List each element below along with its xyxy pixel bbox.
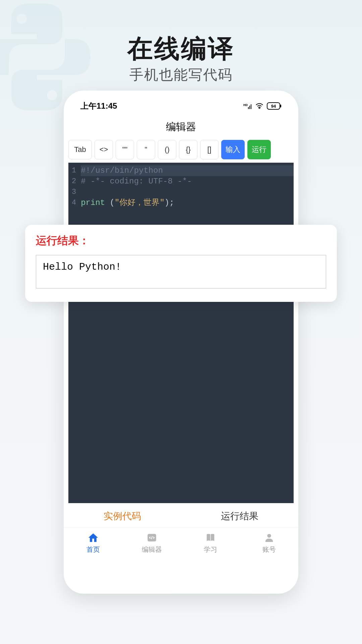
svg-text:94: 94 [271, 104, 276, 109]
bracket-button[interactable]: [] [200, 140, 219, 159]
result-card: 运行结果： Hello Python! [25, 225, 337, 302]
code-icon [146, 532, 158, 544]
nav-editor[interactable]: 编辑器 [122, 532, 181, 554]
battery-icon: 94 [267, 102, 282, 110]
code-content: #!/usr/bin/python # -*- coding: UTF-8 -*… [81, 163, 294, 503]
status-icons: HD 94 [243, 102, 282, 110]
signal-icon: HD [243, 103, 252, 109]
single-quote-button[interactable]: " [137, 140, 155, 159]
code-editor[interactable]: 1 2 3 4 #!/usr/bin/python # -*- coding: … [68, 163, 294, 503]
result-title: 运行结果： [36, 233, 326, 248]
wifi-icon [255, 103, 263, 109]
nav-home[interactable]: 首页 [64, 532, 122, 554]
tab-example-code[interactable]: 实例代码 [64, 510, 181, 523]
nav-learn[interactable]: 学习 [181, 532, 240, 554]
status-bar: 上午11:45 HD 94 [64, 91, 298, 117]
code-line-3 [81, 187, 294, 198]
svg-rect-5 [280, 105, 281, 107]
code-line-2: # -*- coding: UTF-8 -*- [81, 176, 294, 187]
bottom-nav: 首页 编辑器 学习 账号 [64, 527, 298, 557]
paren-button[interactable]: () [158, 140, 176, 159]
line-numbers: 1 2 3 4 [68, 163, 81, 503]
book-icon [204, 532, 217, 544]
svg-rect-2 [249, 106, 250, 109]
hero-subtitle: 手机也能写代码 [0, 65, 362, 84]
svg-rect-3 [251, 104, 251, 109]
result-output: Hello Python! [36, 255, 326, 288]
hero-title: 在线编译 [0, 32, 362, 66]
tab-button[interactable]: Tab [68, 140, 92, 159]
code-line-4: print ("你好，世界"); [81, 198, 294, 208]
brace-button[interactable]: {} [179, 140, 197, 159]
phone-frame: 上午11:45 HD 94 编辑器 Tab <> "" " () {} [] 输… [64, 91, 298, 594]
svg-point-9 [267, 534, 271, 538]
code-line-1: #!/usr/bin/python [81, 165, 294, 176]
svg-rect-1 [248, 107, 249, 109]
tabs-row: 实例代码 运行结果 [64, 503, 298, 527]
editor-toolbar: Tab <> "" " () {} [] 输入 运行 [64, 140, 298, 159]
app-title: 编辑器 [64, 117, 298, 140]
angle-brackets-button[interactable]: <> [95, 140, 113, 159]
home-icon [87, 532, 99, 544]
input-button[interactable]: 输入 [221, 140, 245, 159]
run-button[interactable]: 运行 [247, 140, 271, 159]
svg-text:HD: HD [243, 103, 248, 107]
status-time: 上午11:45 [80, 101, 117, 111]
tab-run-result[interactable]: 运行结果 [181, 510, 298, 523]
double-quote-button[interactable]: "" [116, 140, 134, 159]
nav-account[interactable]: 账号 [240, 532, 298, 554]
person-icon [263, 532, 275, 544]
